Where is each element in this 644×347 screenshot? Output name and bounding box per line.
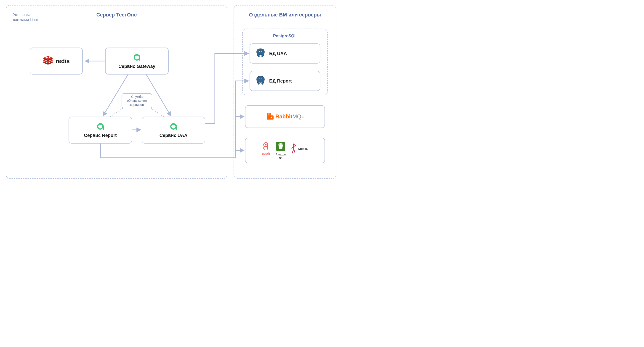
redis-icon [43, 56, 53, 66]
rabbit-label-a: Rabbit [276, 114, 292, 120]
group-testops-server: Установка пакетами Linux Сервер ТестОпс [6, 5, 228, 179]
svg-point-7 [262, 51, 262, 52]
uaa-label: Сервис UAA [160, 133, 188, 138]
node-redis: redis [30, 48, 83, 74]
node-discovery: Служба обнаружения сервисов [122, 93, 152, 108]
ceph-icon [261, 141, 270, 151]
postgresql-icon [256, 76, 265, 86]
svg-point-8 [259, 78, 260, 79]
storage-minio: MINIO [291, 143, 308, 154]
node-uaa: Сервис UAA [142, 116, 205, 144]
diagram-canvas: Установка пакетами Linux Сервер ТестОпс … [0, 0, 343, 185]
node-db-uaa: БД UAA [250, 44, 320, 64]
minio-icon [291, 143, 296, 154]
postgresql-title: PostgreSQL [243, 34, 327, 38]
s3-icon [276, 141, 286, 152]
rabbit-label-b: MQ [292, 114, 302, 120]
group-testops-title: Сервер ТестОпс [6, 12, 227, 18]
svg-point-12 [265, 144, 267, 146]
node-gateway: Сервис Gateway [105, 48, 169, 74]
postgresql-icon [256, 48, 265, 59]
db-uaa-label: БД UAA [269, 51, 287, 56]
storage-s3: Amazon S3 [276, 141, 286, 160]
node-db-report: БД Report [250, 71, 320, 91]
svg-point-10 [270, 117, 272, 118]
db-report-label: БД Report [269, 78, 292, 84]
allure-icon [169, 122, 178, 132]
allure-icon [96, 122, 104, 132]
svg-point-9 [262, 78, 262, 79]
storage-ceph: ceph [261, 141, 270, 156]
gateway-label: Сервис Gateway [118, 64, 155, 69]
node-storage: ceph Amazon S3 [245, 138, 325, 163]
svg-point-6 [259, 51, 260, 52]
report-label: Сервис Report [84, 133, 117, 138]
group-external-title: Отдельные ВМ или серверы [234, 12, 336, 18]
svg-point-4 [46, 58, 48, 58]
rabbitmq-icon [266, 112, 274, 121]
node-report: Сервис Report [68, 116, 132, 144]
allure-icon [133, 53, 141, 62]
redis-label: redis [56, 58, 70, 65]
node-rabbitmq: RabbitMQ™ [245, 105, 325, 128]
